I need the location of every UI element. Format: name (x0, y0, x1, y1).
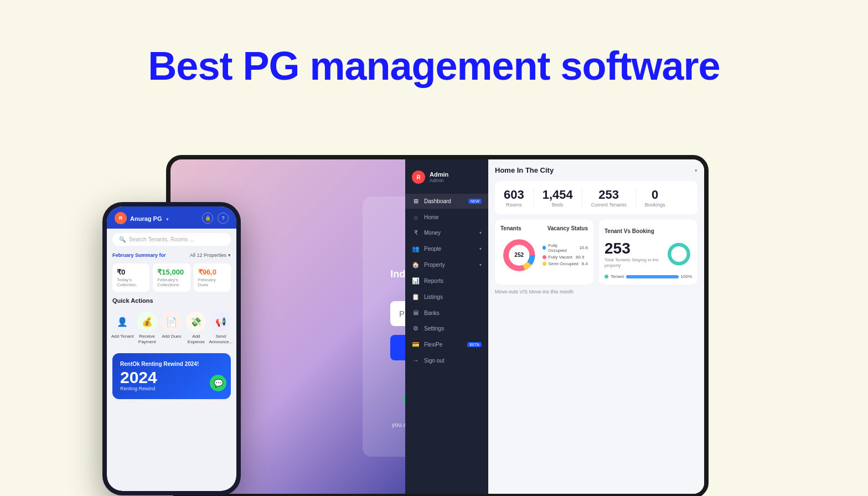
qa-add-expense[interactable]: 💸 Add Expense (184, 308, 208, 348)
stat-tenants: 253 Current Tenants (591, 188, 627, 208)
sidebar-item-home[interactable]: ⌂ Home (405, 210, 488, 224)
page-title: Best PG management software (0, 44, 868, 88)
fully-occupied-dot (542, 246, 546, 250)
tenant-bar-fill (626, 275, 679, 278)
sidebar-logo: R (412, 170, 425, 184)
fully-vacant-dot (542, 255, 546, 259)
tenants-count: 253 (598, 188, 619, 202)
phone-brand: R Anurag PG ▾ (115, 212, 169, 224)
stat-divider-1 (533, 188, 534, 208)
qa-add-tenant[interactable]: 👤 Add Tenant (110, 308, 135, 348)
svg-text:252: 252 (514, 252, 524, 258)
move-outs-label: Move-outs V/S Move-ins this month (495, 289, 698, 294)
home-icon: ⌂ (412, 214, 420, 220)
phone-frame: R Anurag PG ▾ 🔒 ? 🔍 Search Tenants, Room… (102, 202, 241, 495)
dashboard-icon: ⊞ (412, 198, 420, 205)
sidebar-item-reports[interactable]: 📊 Reports (405, 273, 488, 288)
stat-rooms: 603 Rooms (504, 188, 524, 208)
qa-receive-payment[interactable]: 💰 Receive Payment (135, 308, 159, 348)
dashboard-panel: R Admin Admin ⊞ Dashboard NEW ⌂ Home ₹ (405, 159, 704, 494)
phone-search-bar[interactable]: 🔍 Search Tenants, Rooms ... (112, 233, 231, 246)
money-icon: ₹ (412, 229, 420, 236)
phone-inner: R Anurag PG ▾ 🔒 ? 🔍 Search Tenants, Room… (107, 206, 236, 491)
sidebar-item-settings[interactable]: ⚙ Settings (405, 321, 488, 336)
sidebar-item-banks[interactable]: 🏛 Banks (405, 306, 488, 320)
quick-actions-title: Quick Actions (107, 295, 236, 306)
sidebar-header: R Admin Admin (405, 166, 488, 193)
stat-divider-3 (636, 188, 636, 208)
settings-icon: ⚙ (412, 325, 420, 332)
qa-add-dues[interactable]: 📄 Add Dues (159, 308, 184, 348)
people-chevron: ▾ (479, 246, 482, 251)
rooms-count: 603 (504, 188, 524, 202)
tenants-label: Current Tenants (591, 202, 627, 208)
stat-feb-collections: ₹15,000 February's Collections (153, 264, 190, 292)
phone-help-icon[interactable]: ? (218, 213, 229, 224)
main-content: Home In The City ▾ 603 Rooms 1,454 Beds (488, 159, 704, 494)
send-announce-label: Send Announce... (209, 334, 233, 344)
sidebar-item-listings[interactable]: 📋 Listings (405, 290, 488, 304)
total-tenants-label: Total Tenants Staying in the property (604, 257, 660, 269)
add-dues-label: Add Dues (162, 334, 181, 339)
quick-actions-row: 👤 Add Tenant 💰 Receive Payment 📄 Add Due… (107, 306, 236, 350)
donut-chart-svg: 252 (500, 236, 538, 275)
chart-legend: Fully Occupied 10.6 Fully Vacant 80.9 (542, 243, 588, 268)
sidebar-item-people[interactable]: 👥 People ▾ (405, 241, 488, 256)
semi-occupied-dot (542, 262, 546, 266)
sidebar: R Admin Admin ⊞ Dashboard NEW ⌂ Home ₹ (405, 159, 488, 494)
add-tenant-icon: 👤 (112, 312, 132, 332)
add-dues-icon: 📄 (162, 312, 182, 332)
rewind-subtitle: Renting Rewind (120, 386, 223, 391)
send-announce-icon: 📢 (211, 312, 231, 332)
beds-label: Beds (552, 202, 564, 208)
tenants-chart-title: Tenants (500, 225, 521, 231)
phone-dropdown-icon: ▾ (166, 216, 169, 222)
stats-row: 603 Rooms 1,454 Beds 253 Current Tenants (495, 181, 698, 214)
add-expense-icon: 💸 (186, 312, 206, 332)
money-chevron: ▾ (479, 230, 482, 235)
reports-icon: 📊 (412, 277, 420, 285)
stat-bookings: 0 Bookings (645, 188, 665, 208)
dues-amount: ₹96,0 (198, 268, 226, 276)
feb-amount: ₹15,000 (157, 268, 185, 276)
flexipe-icon: 💳 (412, 341, 420, 348)
phone-stats-row: ₹0 Today's Collection ₹15,000 February's… (107, 260, 236, 295)
property-icon: 🏠 (412, 261, 420, 268)
people-icon: 👥 (412, 245, 420, 252)
flexipe-badge: BETA (467, 342, 482, 347)
dashboard-badge: NEW (468, 199, 482, 204)
total-tenants-count: 253 (604, 240, 660, 257)
tenant-booking-card: Tenant Vs Booking 253 Total Tenants Stay… (599, 220, 698, 285)
bookings-count: 0 (652, 188, 658, 202)
banks-icon: 🏛 (412, 309, 420, 316)
sidebar-item-flexipe[interactable]: 💳 FlexiPe BETA (405, 337, 488, 352)
legend-fully-occupied: Fully Occupied 10.6 (542, 243, 588, 253)
whatsapp-fab-icon: 💬 (214, 379, 223, 388)
sidebar-item-signout[interactable]: → Sign out (405, 353, 488, 368)
qa-send-announce[interactable]: 📢 Send Announce... (209, 308, 233, 348)
legend-semi-occupied: Semi Occupied 8.4 (542, 261, 588, 266)
phone-lock-icon[interactable]: 🔒 (202, 213, 213, 224)
sidebar-item-money[interactable]: ₹ Money ▾ (405, 225, 488, 240)
all-properties[interactable]: All 12 Properties ▾ (190, 252, 231, 258)
main-header: Home In The City ▾ (495, 166, 698, 174)
listings-icon: 📋 (412, 293, 420, 301)
tenant-bar-dot (604, 275, 608, 278)
property-chevron: ▾ (479, 262, 482, 267)
dues-label: February Dues (198, 277, 226, 287)
phone-pg-name: Anurag PG (130, 215, 162, 222)
svg-point-7 (671, 247, 686, 262)
phone-header-icons: 🔒 ? (202, 213, 229, 224)
sidebar-item-property[interactable]: 🏠 Property ▾ (405, 257, 488, 272)
rewind-card: RentOk Renting Rewind 2024! 2024 Renting… (112, 353, 231, 399)
chevron-icon: ▾ (228, 252, 231, 258)
receive-payment-icon: 💰 (137, 312, 157, 332)
whatsapp-fab[interactable]: 💬 (210, 375, 226, 391)
tenant-booking-title: Tenant Vs Booking (604, 228, 654, 234)
stat-feb-dues: ₹96,0 February Dues (194, 264, 231, 292)
tenants-chart: Tenants Vacancy Status 252 (495, 220, 593, 285)
sidebar-item-dashboard[interactable]: ⊞ Dashboard NEW (405, 194, 488, 209)
chevron-down-icon: ▾ (695, 168, 698, 173)
add-expense-label: Add Expense (184, 334, 208, 344)
legend-fully-vacant: Fully Vacant 80.9 (542, 255, 588, 260)
